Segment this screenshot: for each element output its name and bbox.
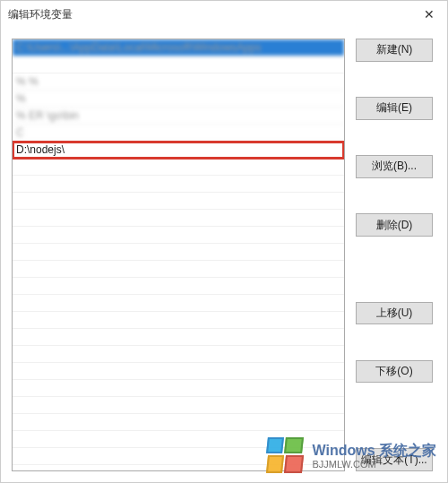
dialog-body: C:\Users\...\AppData\Local\Microsoft\Win… — [1, 28, 447, 482]
edit-text-button[interactable]: 编辑文本(T)... — [356, 448, 433, 471]
move-up-button[interactable]: 上移(U) — [356, 302, 433, 325]
list-item[interactable]: C:\Users\...\AppData\Local\Microsoft\Win… — [13, 39, 344, 56]
list-item-empty[interactable] — [13, 261, 344, 278]
list-item[interactable]: D:\nodejs\ — [13, 142, 344, 159]
list-item-empty[interactable] — [13, 193, 344, 210]
list-item-empty[interactable] — [13, 397, 344, 414]
list-item-empty[interactable] — [13, 278, 344, 295]
list-item[interactable]: % % — [13, 73, 344, 91]
list-item-empty[interactable] — [13, 448, 344, 465]
spacer — [356, 418, 436, 444]
list-item-empty[interactable] — [13, 210, 344, 227]
spacer — [356, 184, 436, 209]
list-item[interactable]: % ER \go\bin — [13, 108, 344, 125]
edit-env-dialog: 编辑环境变量 ✕ C:\Users\...\AppData\Local\Micr… — [0, 0, 448, 483]
list-item-empty[interactable] — [13, 227, 344, 244]
close-icon[interactable]: ✕ — [418, 4, 440, 25]
spacer — [356, 242, 436, 267]
spacer — [356, 125, 436, 151]
dialog-title: 编辑环境变量 — [8, 7, 73, 22]
new-button[interactable]: 新建(N) — [356, 39, 433, 62]
browse-button[interactable]: 浏览(B)... — [356, 155, 433, 178]
spacer — [356, 67, 436, 92]
list-item-empty[interactable] — [13, 159, 344, 176]
spacer — [356, 330, 436, 355]
list-item-empty[interactable] — [13, 414, 344, 431]
list-item-empty[interactable] — [13, 329, 344, 346]
path-list[interactable]: C:\Users\...\AppData\Local\Microsoft\Win… — [12, 39, 345, 471]
list-item-empty[interactable] — [13, 176, 344, 193]
move-down-button[interactable]: 下移(O) — [356, 360, 433, 384]
list-item-empty[interactable] — [13, 346, 344, 363]
spacer — [356, 272, 436, 297]
list-item-empty[interactable] — [13, 312, 344, 329]
edit-button[interactable]: 编辑(E) — [356, 97, 433, 120]
list-item-empty[interactable] — [13, 295, 344, 312]
list-item-empty[interactable] — [13, 380, 344, 397]
spacer — [356, 388, 436, 413]
delete-button[interactable]: 删除(D) — [356, 213, 433, 237]
list-item[interactable]: % — [13, 91, 344, 108]
list-item-empty[interactable] — [13, 431, 344, 448]
button-panel: 新建(N) 编辑(E) 浏览(B)... 删除(D) 上移(U) 下移(O) 编… — [356, 39, 436, 471]
list-item[interactable] — [13, 56, 344, 73]
list-item-empty[interactable] — [13, 244, 344, 261]
list-item[interactable]: C — [13, 125, 344, 142]
titlebar: 编辑环境变量 ✕ — [1, 1, 447, 28]
list-item-empty[interactable] — [13, 363, 344, 380]
